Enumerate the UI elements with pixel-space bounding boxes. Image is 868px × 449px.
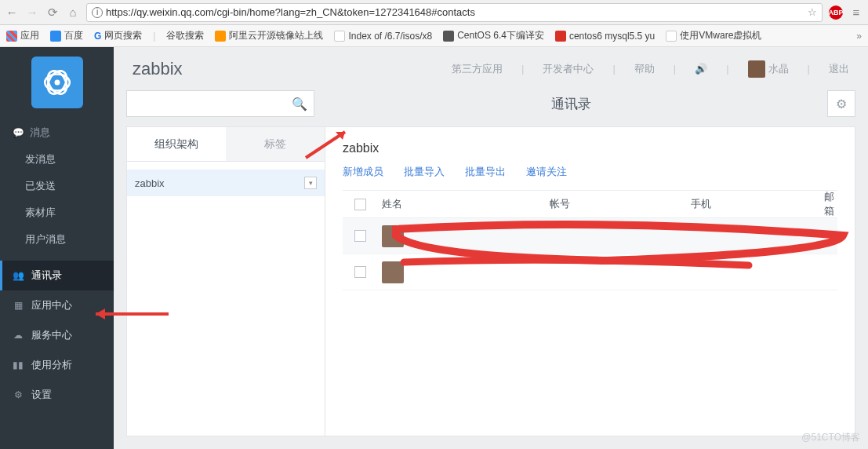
menu-icon[interactable]: ≡ [849,5,863,19]
bookmark-item[interactable]: centos6 mysql5.5 yu [555,31,655,42]
sidebar-item-sent[interactable]: 已发送 [0,173,114,199]
sidebar: 💬消息 发消息 已发送 素材库 用户消息 👥通讯录 ▦应用中心 ☁服务中心 ▮▮… [0,47,114,449]
user-avatar [382,225,404,247]
site-info-icon[interactable]: i [92,7,103,18]
sidebar-item-send[interactable]: 发消息 [0,146,114,173]
bookmark-item[interactable]: 百度 [50,29,83,42]
action-bulk-import[interactable]: 批量导入 [404,165,445,179]
people-icon: 👥 [13,270,24,281]
bookmark-item[interactable]: 谷歌搜索 [166,29,204,42]
contacts-panel: zabbix 新增成员 批量导入 批量导出 邀请关注 姓名 帐号 手机 邮箱 [325,126,855,436]
bookmark-item[interactable]: G网页搜索 [94,29,142,42]
gear-icon: ⚙ [836,97,847,111]
cloud-icon: ☁ [13,330,24,341]
action-invite[interactable]: 邀请关注 [526,165,567,179]
bookmark-item[interactable]: 使用VMware虚拟机 [666,29,761,42]
search-box[interactable]: 🔍 [126,90,314,117]
search-input[interactable] [133,98,292,110]
action-bar: 新增成员 批量导入 批量导出 邀请关注 [343,165,837,179]
sidebar-item-contacts[interactable]: 👥通讯录 [0,261,114,290]
back-icon[interactable]: ← [5,5,19,19]
checkbox-all[interactable] [354,199,366,210]
col-name: 姓名 [377,197,550,211]
grid-icon: ▦ [13,300,24,311]
chevron-down-icon[interactable]: ▾ [304,177,317,189]
checkbox[interactable] [354,266,366,278]
action-add-member[interactable]: 新增成员 [343,165,383,179]
avatar [748,60,765,78]
sidebar-item-apps[interactable]: ▦应用中心 [0,290,114,320]
home-icon[interactable]: ⌂ [66,5,80,19]
table-row[interactable] [343,254,837,290]
sidebar-group-messages: 💬消息 [0,119,114,146]
watermark: @51CTO博客 [801,431,860,444]
url-text: https://qy.weixin.qq.com/cgi-bin/home?la… [106,6,475,18]
sidebar-item-analytics[interactable]: ▮▮使用分析 [0,350,114,380]
wechat-work-icon [41,66,74,99]
topbar-third-party[interactable]: 第三方应用 [452,62,503,76]
topbar-user[interactable]: 水晶 [748,60,789,78]
brand-title: zabbix [133,59,183,79]
bookmark-star-icon[interactable]: ☆ [808,6,817,18]
sidebar-item-user-msg[interactable]: 用户消息 [0,226,114,253]
bookmark-item[interactable]: Index of /6.7/isos/x8 [334,31,432,42]
col-phone: 手机 [691,197,824,211]
abp-icon[interactable]: ABP [829,5,843,20]
org-tree-panel: 组织架构 标签 zabbix ▾ [126,126,325,436]
page-title: 通讯录 [325,95,816,113]
table-header: 姓名 帐号 手机 邮箱 [343,190,837,218]
topbar: zabbix 第三方应用 | 开发者中心 | 帮助 | 🔊 | 水晶 | 退出 [114,47,868,90]
bookmark-overflow-icon[interactable]: » [856,31,862,42]
bookmark-item[interactable]: 阿里云开源镜像站上线 [215,29,323,42]
main-area: zabbix 第三方应用 | 开发者中心 | 帮助 | 🔊 | 水晶 | 退出 … [114,47,868,449]
browser-toolbar: ← → ⟳ ⌂ i https://qy.weixin.qq.com/cgi-b… [0,0,868,25]
search-icon[interactable]: 🔍 [292,97,307,111]
chart-icon: ▮▮ [13,360,24,371]
col-mail: 邮箱 [824,190,837,218]
sidebar-item-services[interactable]: ☁服务中心 [0,320,114,350]
tree-root[interactable]: zabbix ▾ [127,170,325,196]
bookmark-item[interactable]: CentOS 6.4下编译安 [443,29,544,42]
tab-org[interactable]: 组织架构 [127,127,226,161]
tab-tag[interactable]: 标签 [226,127,325,161]
user-avatar [382,261,404,283]
url-bar[interactable]: i https://qy.weixin.qq.com/cgi-bin/home?… [86,3,823,22]
logo [0,47,114,118]
action-bulk-export[interactable]: 批量导出 [465,165,506,179]
org-title: zabbix [343,141,837,155]
chat-icon: 💬 [13,127,24,138]
svg-point-3 [54,80,60,86]
col-account: 帐号 [550,197,691,211]
table-row[interactable] [343,218,837,254]
topbar-dev-center[interactable]: 开发者中心 [543,62,594,76]
checkbox[interactable] [354,230,366,242]
reload-icon[interactable]: ⟳ [45,5,60,20]
sidebar-item-settings[interactable]: ⚙设置 [0,380,114,410]
sidebar-item-materials[interactable]: 素材库 [0,199,114,226]
sound-icon[interactable]: 🔊 [695,63,707,75]
topbar-help[interactable]: 帮助 [634,62,655,76]
forward-icon[interactable]: → [25,5,39,19]
apps-shortcut[interactable]: 应用 [6,29,39,42]
topbar-logout[interactable]: 退出 [829,62,849,76]
settings-button[interactable]: ⚙ [827,90,855,117]
bookmarks-bar: 应用 百度 G网页搜索 | 谷歌搜索 阿里云开源镜像站上线 Index of /… [0,25,868,47]
gear-icon: ⚙ [13,389,24,400]
